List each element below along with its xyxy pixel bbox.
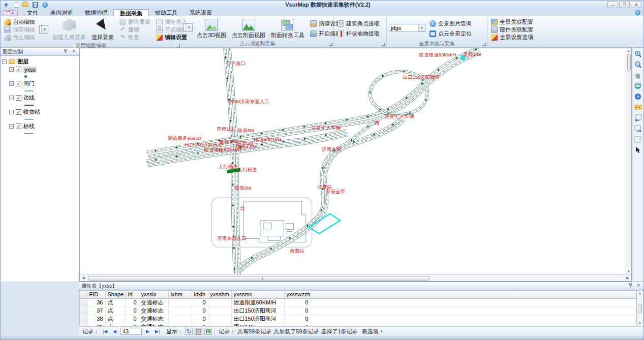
layer-item-2[interactable]: −✓闸门 <box>2 80 77 87</box>
table-row[interactable]: 37点0交通标志0出口150济阳商河0 <box>80 306 636 315</box>
pano-options-button[interactable]: 全景设置选项 <box>489 34 535 41</box>
eagle-eye-icon[interactable] <box>634 103 642 111</box>
table-vertical-scrollbar[interactable]: ▲ ▼ <box>637 290 643 326</box>
grid-view-button[interactable] <box>204 328 212 335</box>
save-icon[interactable] <box>32 2 39 8</box>
collapse-icon[interactable]: − <box>9 67 14 72</box>
dialog-launcher-icon[interactable] <box>382 43 385 46</box>
pano-assoc-button[interactable]: 全景关联配置 <box>489 18 535 26</box>
pin-icon[interactable] <box>627 283 633 289</box>
select-cursor-icon[interactable] <box>634 146 642 154</box>
collapse-icon[interactable]: − <box>9 110 14 114</box>
scroll-up-icon[interactable]: ▲ <box>638 292 641 295</box>
scroll-down-icon[interactable]: ▼ <box>638 322 641 325</box>
prev-record-button[interactable]: ◀ <box>111 328 118 335</box>
map-view[interactable]: 丁字路口800M济南东营入口匝道限速60KM/H里程149出口150济阳商河注意… <box>79 48 632 282</box>
layer-item-3[interactable]: −✓边线 <box>2 94 77 102</box>
table-row[interactable]: 36点0交通标志0匝道限速60KM/H0 <box>80 298 636 306</box>
table-row[interactable]: 39点0交通标志0里程1490 <box>80 323 636 326</box>
scroll-down-icon[interactable]: ▼ <box>627 269 630 274</box>
layer-tree-root[interactable]: −图层 <box>2 58 77 66</box>
collapse-icon[interactable]: − <box>9 96 14 100</box>
scroll-left-icon[interactable]: ◀ <box>80 276 87 280</box>
zoom-out-icon[interactable] <box>634 60 642 69</box>
previous-extent-icon[interactable] <box>634 114 642 122</box>
collapse-icon[interactable]: − <box>2 59 7 64</box>
first-record-button[interactable]: |◀ <box>101 328 109 335</box>
delete-feature-button[interactable]: 删除要素 <box>118 18 152 26</box>
layer-item-4[interactable]: −✓收费站 <box>2 108 77 116</box>
tab-2[interactable]: 查询浏览 <box>44 9 79 16</box>
app-compass-icon[interactable] <box>3 2 10 8</box>
pole-extract-button[interactable]: 杆状地物提取 <box>336 30 381 38</box>
undo-button[interactable]: ↶撤销 <box>118 26 152 34</box>
tab-6[interactable]: 系统设置 <box>183 9 218 16</box>
tab-1[interactable]: 文件 <box>21 9 44 16</box>
full-extent-globe-icon[interactable] <box>634 82 642 90</box>
tab-3[interactable]: 数据管理 <box>79 9 113 16</box>
collapse-icon[interactable]: − <box>9 81 14 86</box>
record-number-input[interactable] <box>120 328 142 335</box>
refresh-button[interactable]: ↻ <box>185 328 193 335</box>
layer-checkbox[interactable]: ✓ <box>16 123 21 129</box>
profile-convert-tool-button[interactable]: 剖面转换工具 <box>269 18 306 40</box>
layer-label[interactable]: 收费站 <box>23 108 40 116</box>
restore-button[interactable]: ❐ <box>619 2 630 8</box>
tab-4[interactable]: 数据采集 <box>113 9 149 16</box>
layer-label[interactable]: 闸门 <box>23 80 35 87</box>
scroll-up-icon[interactable]: ▲ <box>627 48 630 54</box>
tab-5[interactable]: 辅助工具 <box>149 9 183 16</box>
pano-combo[interactable]: jdgs▼ <box>389 24 425 32</box>
building-corner-button[interactable]: 建筑角点提取 <box>336 20 381 27</box>
redo-button[interactable]: ↷恢复 <box>118 34 152 41</box>
layer-label[interactable]: 边线 <box>23 94 35 102</box>
map-horizontal-scrollbar[interactable]: ◀ ▶ <box>80 274 631 281</box>
form-view-button[interactable] <box>195 328 202 335</box>
scrollbar-thumb[interactable] <box>88 276 430 281</box>
info-icon[interactable]: i <box>635 10 640 15</box>
scrollbar-thumb[interactable] <box>627 54 631 71</box>
map-drawing[interactable]: 丁字路口800M济南东营入口匝道限速60KM/H里程149出口150济阳商河注意… <box>80 48 631 274</box>
pointcloud-combo[interactable]: ▼ <box>183 23 193 32</box>
layer-item-1[interactable]: −✓yxss <box>2 66 77 73</box>
close-icon[interactable]: ✕ <box>635 283 641 289</box>
last-record-button[interactable]: ▶| <box>154 328 161 335</box>
save-edit-button[interactable]: 保存编辑 <box>3 26 37 34</box>
part-assoc-button[interactable]: 部件关联配置 <box>489 26 535 34</box>
close-icon[interactable]: ✕ <box>71 49 77 54</box>
open-folder-icon[interactable] <box>22 2 29 8</box>
globe-locate-icon[interactable] <box>634 92 642 101</box>
layer-checkbox[interactable]: ✓ <box>16 81 21 86</box>
new-file-icon[interactable] <box>12 2 19 8</box>
create-feature-button[interactable]: 创建几何要素 <box>51 18 87 42</box>
select-feature-button[interactable]: 选择要素 <box>90 18 115 42</box>
stop-edit-button[interactable]: 停止编辑 <box>3 34 37 41</box>
table-options-button[interactable]: 表选项▼ <box>360 328 385 335</box>
dialog-launcher-icon[interactable] <box>482 43 486 46</box>
close-button[interactable]: ✕ <box>631 2 641 8</box>
extent-box-icon[interactable] <box>634 135 642 143</box>
pan-hand-icon[interactable] <box>634 71 642 79</box>
start-edit-button[interactable]: 启动编辑 <box>3 18 37 26</box>
minimize-button[interactable]: — <box>607 2 618 8</box>
layer-checkbox[interactable]: ✓ <box>16 95 21 101</box>
table-row[interactable]: 38点0交通标志0出口150济阳商河0 <box>80 315 636 323</box>
help-icon[interactable]: ? <box>41 2 48 8</box>
layer-checkbox[interactable]: ✓ <box>16 67 21 72</box>
collapse-icon[interactable]: − <box>9 124 14 129</box>
layer-label[interactable]: 标线 <box>23 122 35 130</box>
pano-query-button[interactable]: i全景图片查询 <box>428 20 473 27</box>
layer-label[interactable]: yxss <box>23 67 37 73</box>
pin-icon[interactable] <box>63 49 69 54</box>
next-record-button[interactable]: ▶ <box>144 328 151 335</box>
map-vertical-scrollbar[interactable]: ▲ ▼ <box>626 48 631 274</box>
pointcloud-profile-view-button[interactable]: 点云剖面视图 <box>230 18 267 40</box>
next-extent-icon[interactable] <box>634 125 642 133</box>
pointcloud-3d-view-button[interactable]: 点云3D视图 <box>195 18 228 40</box>
zoom-in-icon[interactable] <box>634 50 642 58</box>
layer-item-5[interactable]: −✓标线 <box>2 122 77 130</box>
scrollbar-thumb[interactable] <box>638 304 642 313</box>
edit-layer-combo[interactable]: ▼ <box>39 25 48 34</box>
dialog-launcher-icon[interactable] <box>329 43 332 46</box>
dialog-launcher-icon[interactable] <box>176 44 180 48</box>
